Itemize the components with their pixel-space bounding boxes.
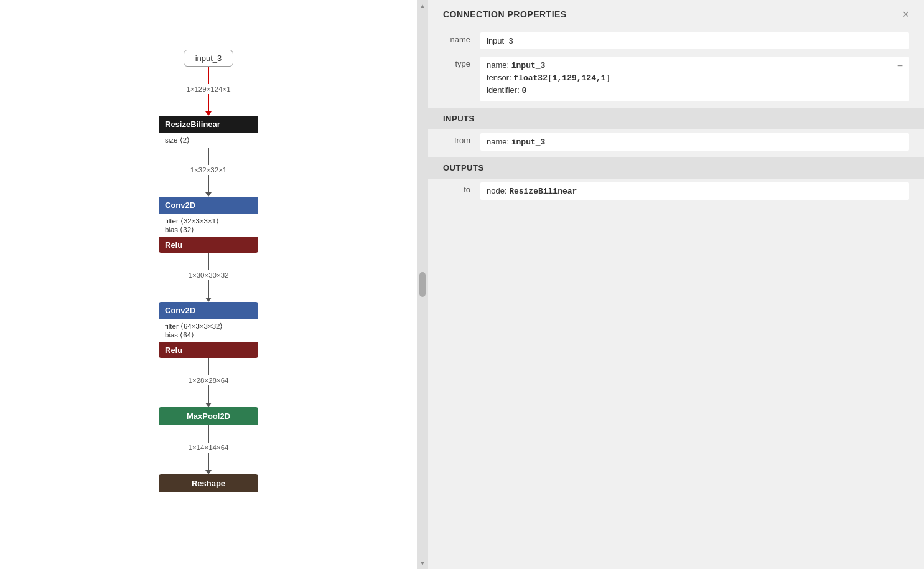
node-conv2d-1-header: Conv2D (159, 197, 258, 214)
node-maxpool2d[interactable]: MaxPool2D (159, 407, 258, 425)
node-conv2d-1-body: filter ⟨32×3×3×1⟩ bias ⟨32⟩ (159, 214, 258, 237)
arrow-red-0 (205, 111, 212, 116)
type-row: type − name: input_3 tensor: float32[1,1… (428, 53, 924, 105)
vline-2 (208, 253, 209, 270)
vline-red-0b (208, 94, 209, 111)
connector-label-4: 1×14×14×64 (189, 444, 229, 451)
vline-1 (208, 148, 209, 165)
param-size: size ⟨2⟩ (165, 136, 252, 144)
name-value-box[interactable]: input_3 (480, 32, 909, 49)
vline-1b (208, 175, 209, 192)
vline-3b (208, 385, 209, 403)
type-label: type (443, 57, 480, 68)
node-input3[interactable]: input_3 (184, 50, 234, 67)
vline-3 (208, 358, 209, 375)
type-value-box[interactable]: − name: input_3 tensor: float32[1,129,12… (480, 57, 909, 101)
type-tensor-prefix: tensor: (487, 73, 513, 82)
close-button[interactable]: × (902, 9, 909, 20)
type-name-value: input_3 (511, 61, 546, 70)
node-maxpool2d-label[interactable]: MaxPool2D (159, 407, 258, 425)
graph-container: input_3 1×129×124×1 ResizeBilinear size … (159, 50, 258, 569)
to-prefix: node: (487, 186, 509, 195)
scroll-up-arrow[interactable]: ▲ (419, 2, 426, 9)
node-conv2d-2-body: filter ⟨64×3×3×32⟩ bias ⟨64⟩ (159, 319, 258, 342)
to-label: to (443, 182, 480, 194)
arrow-1 (205, 192, 212, 197)
inputs-section-header: INPUTS (428, 108, 924, 129)
connector-4: 1×14×14×64 (189, 425, 229, 474)
from-value-box[interactable]: name: input_3 (480, 133, 909, 151)
param-filter-2: filter ⟨64×3×3×32⟩ (165, 322, 252, 331)
connector-label-2: 1×30×30×32 (189, 271, 229, 279)
node-resizebilinear-block[interactable]: ResizeBilinear size ⟨2⟩ (159, 116, 258, 148)
node-input3-label[interactable]: input_3 (184, 50, 234, 67)
param-filter-1: filter ⟨32×3×3×1⟩ (165, 217, 252, 225)
node-resizebilinear-body: size ⟨2⟩ (159, 133, 258, 148)
type-minus-btn[interactable]: − (897, 60, 903, 72)
connector-0: 1×129×124×1 (186, 67, 230, 116)
node-conv2d-1-footer: Relu (159, 237, 258, 253)
scroll-thumb[interactable] (419, 272, 426, 297)
node-conv2d-1-block[interactable]: Conv2D filter ⟨32×3×3×1⟩ bias ⟨32⟩ Relu (159, 197, 258, 253)
node-conv2d-2-footer: Relu (159, 342, 258, 358)
arrow-2 (205, 298, 212, 302)
type-name-prefix: name: (487, 60, 511, 70)
connector-1: 1×32×32×1 (190, 148, 227, 197)
to-row: to node: ResizeBilinear (428, 179, 924, 204)
connector-label-1: 1×32×32×1 (190, 166, 227, 174)
node-reshape[interactable]: Reshape (159, 474, 258, 492)
panel-title: CONNECTION PROPERTIES (443, 9, 567, 19)
type-tensor-line: tensor: float32[1,129,124,1] (487, 73, 903, 83)
node-conv2d-2-block[interactable]: Conv2D filter ⟨64×3×3×32⟩ bias ⟨64⟩ Relu (159, 302, 258, 358)
type-tensor-value: float32[1,129,124,1] (513, 73, 610, 83)
node-conv2d-1[interactable]: Conv2D filter ⟨32×3×3×1⟩ bias ⟨32⟩ Relu (159, 197, 258, 253)
vline-2b (208, 280, 209, 298)
param-bias-1: bias ⟨32⟩ (165, 225, 252, 234)
arrow-4 (205, 470, 212, 474)
connector-label-3: 1×28×28×64 (189, 377, 229, 384)
node-resizebilinear[interactable]: ResizeBilinear size ⟨2⟩ (159, 116, 258, 148)
connector-3: 1×28×28×64 (189, 358, 229, 407)
panel-header: CONNECTION PROPERTIES × (428, 0, 924, 29)
node-conv2d-2-header: Conv2D (159, 302, 258, 319)
to-value-box[interactable]: node: ResizeBilinear (480, 182, 909, 200)
to-value: ResizeBilinear (509, 187, 577, 196)
vline-4 (208, 425, 209, 443)
node-reshape-label[interactable]: Reshape (159, 474, 258, 492)
from-label: from (443, 133, 480, 145)
type-identifier-line: identifier: 0 (487, 85, 903, 95)
from-prefix: name: (487, 137, 511, 146)
scroll-down-arrow[interactable]: ▼ (419, 560, 426, 567)
node-resizebilinear-header: ResizeBilinear (159, 116, 258, 133)
name-label: name (443, 32, 480, 44)
graph-panel: input_3 1×129×124×1 ResizeBilinear size … (0, 0, 417, 569)
arrow-3 (205, 403, 212, 407)
type-identifier-prefix: identifier: (487, 85, 521, 95)
connector-label-0: 1×129×124×1 (186, 85, 230, 93)
param-bias-2: bias ⟨64⟩ (165, 331, 252, 339)
name-row: name input_3 (428, 29, 924, 53)
from-value: input_3 (511, 138, 546, 147)
outputs-section-header: OUTPUTS (428, 157, 924, 179)
panel-content: name input_3 type − name: input_3 tensor… (428, 29, 924, 569)
vline-red-0 (208, 67, 209, 84)
connector-2: 1×30×30×32 (189, 253, 229, 302)
vline-4b (208, 453, 209, 470)
node-conv2d-2[interactable]: Conv2D filter ⟨64×3×3×32⟩ bias ⟨64⟩ Relu (159, 302, 258, 358)
type-identifier-value: 0 (521, 86, 526, 95)
right-panel: CONNECTION PROPERTIES × name input_3 typ… (428, 0, 924, 569)
scrollbar[interactable]: ▲ ▼ (417, 0, 428, 569)
from-row: from name: input_3 (428, 129, 924, 154)
type-name-line: name: input_3 (487, 60, 903, 70)
